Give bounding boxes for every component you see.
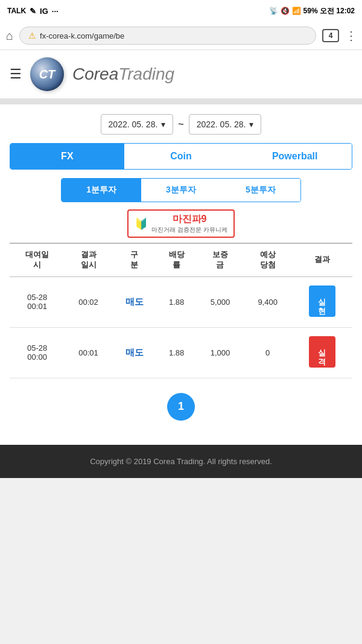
date-picker-row: 2022. 05. 28. ▾ ~ 2022. 05. 28. ▾ (10, 114, 352, 135)
cell-deposit-1: 1,000 (197, 327, 244, 378)
cell-expected-0: 9,400 (244, 276, 291, 327)
warning-icon: ⚠ (28, 31, 36, 40)
url-bar[interactable]: ⚠ fx-corea-k.com/game/be (19, 27, 316, 45)
tab-powerball[interactable]: Powerball (238, 144, 352, 169)
site-header: ☰ CT CoreaTrading (0, 50, 362, 100)
cell-rate-0: 1.88 (157, 276, 197, 327)
col-header-deposit: 보증금 (197, 243, 244, 276)
logo-trading: Trading (118, 65, 174, 83)
status-left: TALK ✎ IG ··· (7, 7, 59, 16)
banner-main-text: 마진파9 (151, 213, 227, 226)
banner: 🔰 마진파9 마진거래 검증전문 카뮤니케 (10, 209, 352, 238)
tabs-button[interactable]: 4 (322, 29, 339, 42)
mute-icon: 🔇 (281, 7, 290, 15)
col-header-result-time: 결과일시 (65, 243, 112, 276)
pagination: 1 (10, 393, 352, 421)
result-button-0[interactable]: 실현 (309, 285, 335, 317)
banner-emoji: 🔰 (135, 217, 148, 231)
cell-type-1: 매도 (112, 327, 157, 378)
logo-text: CoreaTrading (72, 65, 174, 84)
pencil-icon: ✎ (30, 7, 36, 16)
subtab-1min[interactable]: 1분투자 (62, 179, 141, 202)
browser-bar: ⌂ ⚠ fx-corea-k.com/game/be 4 ⋮ (0, 22, 362, 50)
col-header-type: 구분 (112, 243, 157, 276)
cell-result-time-1: 00:01 (65, 327, 112, 378)
data-table: 대여일시 결과일시 구분 배당률 보증금 예상당첨 결과 05-2800:01 … (10, 243, 352, 378)
main-content: 2022. 05. 28. ▾ ~ 2022. 05. 28. ▾ FX Coi… (0, 104, 362, 445)
cell-rate-1: 1.88 (157, 327, 197, 378)
signal-icon: 📶 (292, 7, 301, 15)
battery-text: 59% 오전 12:02 (303, 6, 355, 16)
logo-corea: Corea (72, 65, 118, 83)
logo-icon: CT (30, 57, 64, 91)
footer: Copyright © 2019 Corea Trading. All righ… (0, 445, 362, 478)
end-date-text: 2022. 05. 28. (197, 120, 246, 129)
col-header-date: 대여일시 (10, 243, 65, 276)
date-separator: ~ (178, 119, 183, 130)
more-apps-icon: ··· (52, 7, 59, 16)
col-header-result: 결과 (291, 243, 352, 276)
banner-inner: 🔰 마진파9 마진거래 검증전문 카뮤니케 (127, 209, 235, 238)
hamburger-menu-icon[interactable]: ☰ (10, 66, 22, 82)
status-right: 📡 🔇 📶 59% 오전 12:02 (269, 6, 355, 16)
url-text: fx-corea-k.com/game/be (40, 31, 124, 40)
talk-icon: TALK (7, 7, 26, 15)
logo-symbol: CT (39, 68, 56, 81)
subtab-row: 1분투자 3분투자 5분투자 (61, 178, 301, 202)
cell-date-0: 05-2800:01 (10, 276, 65, 327)
cell-result-1: 실격 (291, 327, 352, 378)
main-tab-row: FX Coin Powerball (10, 143, 352, 170)
start-date-text: 2022. 05. 28. (109, 120, 158, 129)
more-options-button[interactable]: ⋮ (345, 28, 356, 43)
instagram-icon: IG (40, 7, 48, 16)
cell-result-time-0: 00:02 (65, 276, 112, 327)
col-header-rate: 배당률 (157, 243, 197, 276)
footer-text: Copyright © 2019 Corea Trading. All righ… (90, 457, 272, 466)
cell-type-0: 매도 (112, 276, 157, 327)
result-button-1[interactable]: 실격 (309, 336, 335, 368)
banner-sub-text: 마진거래 검증전문 카뮤니케 (151, 226, 227, 234)
subtab-5min[interactable]: 5분투자 (221, 179, 300, 202)
table-row: 05-2800:00 00:01 매도 1.88 1,000 0 실격 (10, 327, 352, 378)
gray-divider (0, 100, 362, 104)
table-row: 05-2800:01 00:02 매도 1.88 5,000 9,400 실현 (10, 276, 352, 327)
status-bar: TALK ✎ IG ··· 📡 🔇 📶 59% 오전 12:02 (0, 0, 362, 22)
start-date-picker[interactable]: 2022. 05. 28. ▾ (101, 114, 174, 135)
cell-deposit-0: 5,000 (197, 276, 244, 327)
end-date-chevron: ▾ (249, 120, 253, 129)
home-button[interactable]: ⌂ (6, 29, 13, 43)
start-date-chevron: ▾ (161, 120, 165, 129)
tab-fx[interactable]: FX (10, 144, 124, 169)
table-header-row: 대여일시 결과일시 구분 배당률 보증금 예상당첨 결과 (10, 243, 352, 276)
tab-coin[interactable]: Coin (124, 144, 238, 169)
end-date-picker[interactable]: 2022. 05. 28. ▾ (189, 114, 262, 135)
cell-date-1: 05-2800:00 (10, 327, 65, 378)
cast-icon: 📡 (269, 7, 278, 15)
cell-expected-1: 0 (244, 327, 291, 378)
cell-result-0: 실현 (291, 276, 352, 327)
subtab-3min[interactable]: 3분투자 (141, 179, 221, 202)
col-header-expected: 예상당첨 (244, 243, 291, 276)
page-1-button[interactable]: 1 (167, 393, 195, 421)
